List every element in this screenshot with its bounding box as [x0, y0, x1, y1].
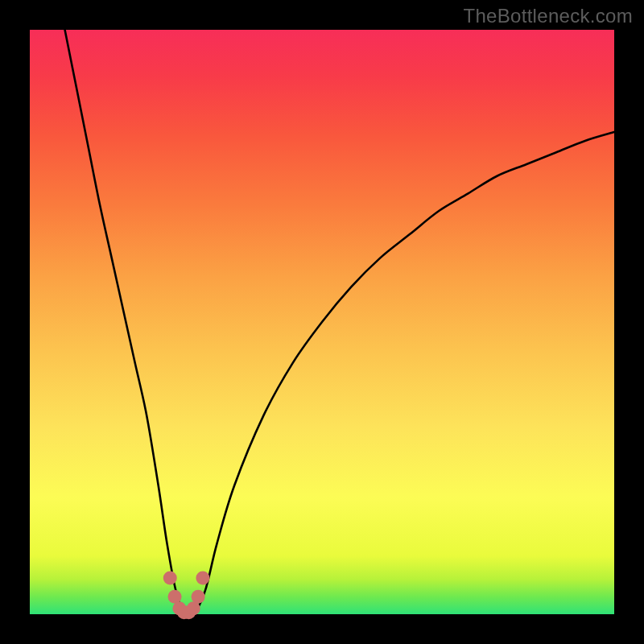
chart-frame: TheBottleneck.com [0, 0, 644, 644]
minimum-dot [192, 590, 205, 604]
chart-svg [30, 30, 614, 614]
minimum-dot [168, 590, 182, 604]
watermark-label: TheBottleneck.com [463, 5, 633, 27]
minimum-dot [163, 571, 177, 584]
bottleneck-curve [65, 30, 614, 617]
minimum-dot [187, 601, 200, 615]
minimum-dots [163, 571, 210, 619]
minimum-dot [196, 571, 209, 584]
